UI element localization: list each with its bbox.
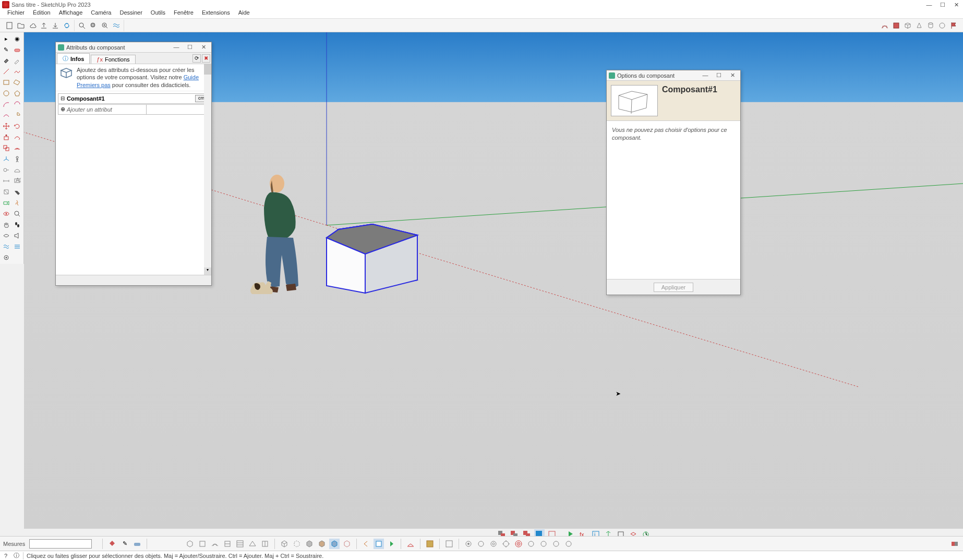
component-attributes-window[interactable]: Attributs du composant — ☐ ✕ ⓘInfos ƒxFo… bbox=[55, 42, 212, 286]
tray-button[interactable] bbox=[949, 539, 960, 549]
paint-tool[interactable] bbox=[1, 55, 11, 66]
paint-bucket-button[interactable] bbox=[107, 539, 117, 549]
refresh-button[interactable]: ⟳ bbox=[192, 54, 201, 63]
settings-tool[interactable] bbox=[1, 252, 11, 263]
left-button[interactable] bbox=[247, 539, 258, 549]
xray-button[interactable] bbox=[342, 539, 352, 549]
gear5-button[interactable] bbox=[538, 539, 549, 549]
polygon-tool[interactable] bbox=[13, 88, 23, 99]
footprints-tool[interactable] bbox=[13, 220, 23, 230]
zoom-button[interactable] bbox=[100, 20, 110, 31]
sphere-icon[interactable] bbox=[937, 20, 947, 31]
protractor-tool[interactable] bbox=[13, 165, 23, 175]
target2-button[interactable] bbox=[513, 539, 524, 549]
attr-scrollbar[interactable]: ▾ bbox=[204, 64, 211, 275]
component-options-window[interactable]: Options du composant — ☐ ✕ Composant#1 V… bbox=[606, 70, 741, 295]
iso-button[interactable] bbox=[185, 539, 195, 549]
sandbox-2-tool[interactable] bbox=[13, 241, 23, 252]
rotate-tool[interactable] bbox=[13, 121, 23, 131]
pie-tool[interactable] bbox=[13, 110, 23, 120]
collapse-toggle[interactable]: ⊟ bbox=[58, 95, 67, 101]
maximize-button[interactable]: ☐ bbox=[936, 2, 949, 8]
zoom2-tool[interactable] bbox=[13, 209, 23, 219]
minimize-button[interactable]: — bbox=[922, 2, 936, 8]
3dwh-button[interactable] bbox=[405, 539, 416, 549]
viewport[interactable]: ➤ Attributs du composant — ☐ ✕ ⓘInfos ƒx… bbox=[24, 32, 963, 529]
sandbox-1-tool[interactable] bbox=[1, 241, 11, 252]
gear4-button[interactable] bbox=[526, 539, 536, 549]
attr-maximize-button[interactable]: ☐ bbox=[184, 44, 196, 51]
shaded-button[interactable] bbox=[304, 539, 315, 549]
rectangle-tool[interactable] bbox=[1, 77, 11, 88]
opt-close-button[interactable]: ✕ bbox=[727, 72, 738, 79]
rotated-rect-tool[interactable] bbox=[13, 77, 23, 88]
new-file-button[interactable] bbox=[4, 20, 15, 31]
pencil2-button[interactable]: ✎ bbox=[119, 539, 130, 549]
menu-aide[interactable]: Aide bbox=[234, 9, 254, 18]
move-tool[interactable] bbox=[1, 121, 11, 131]
cone-icon[interactable] bbox=[914, 20, 924, 31]
text-tool[interactable]: A1 bbox=[13, 176, 23, 186]
zoom-extents-button[interactable] bbox=[77, 20, 87, 31]
tag-tool[interactable] bbox=[13, 187, 23, 197]
book-icon[interactable] bbox=[891, 20, 901, 31]
info-icon[interactable]: ⓘ bbox=[13, 552, 20, 559]
add-attribute-row[interactable]: ⊕ Ajouter un attribut bbox=[58, 104, 209, 115]
menu-extensions[interactable]: Extensions bbox=[198, 9, 234, 18]
wire-button[interactable] bbox=[279, 539, 290, 549]
attr-minimize-button[interactable]: — bbox=[171, 44, 182, 51]
menu-outils[interactable]: Outils bbox=[147, 9, 170, 18]
speaker-tool[interactable] bbox=[13, 230, 23, 241]
shaded-tex-button[interactable] bbox=[317, 539, 327, 549]
menu-fenetre[interactable]: Fenêtre bbox=[170, 9, 198, 18]
opt-minimize-button[interactable]: — bbox=[700, 72, 711, 79]
person-tool[interactable] bbox=[13, 154, 23, 164]
add-value-cell[interactable] bbox=[146, 105, 209, 114]
apply-button[interactable]: Appliquer bbox=[654, 283, 693, 292]
pan-tool[interactable] bbox=[1, 220, 11, 230]
line-tool[interactable] bbox=[1, 66, 11, 77]
tab-infos[interactable]: ⓘInfos bbox=[57, 53, 90, 64]
tab-fonctions[interactable]: ƒxFonctions bbox=[91, 55, 135, 64]
gear7-button[interactable] bbox=[563, 539, 574, 549]
target-button[interactable] bbox=[488, 539, 499, 549]
gear6-button[interactable] bbox=[551, 539, 561, 549]
gear2-button[interactable] bbox=[476, 539, 486, 549]
open-button[interactable] bbox=[16, 20, 26, 31]
select-tool[interactable]: ▸ bbox=[1, 33, 11, 44]
eraser-tool[interactable] bbox=[13, 44, 23, 55]
orbit-tool[interactable]: ◉ bbox=[13, 33, 23, 44]
attr-titlebar[interactable]: Attributs du composant — ☐ ✕ bbox=[56, 42, 211, 53]
freehand-tool[interactable] bbox=[13, 66, 23, 77]
cloud-button[interactable] bbox=[27, 20, 38, 31]
menu-affichage[interactable]: Affichage bbox=[55, 9, 87, 18]
pushpull-tool[interactable] bbox=[1, 132, 11, 142]
measure-input[interactable] bbox=[29, 539, 92, 549]
back-button[interactable] bbox=[235, 539, 245, 549]
next-scene-button[interactable] bbox=[386, 539, 396, 549]
arc-tool[interactable] bbox=[1, 99, 11, 109]
view-tool[interactable] bbox=[1, 230, 11, 241]
lookaround-tool[interactable] bbox=[1, 209, 11, 219]
download-button[interactable] bbox=[50, 20, 61, 31]
menu-dessiner[interactable]: Dessiner bbox=[115, 9, 146, 18]
warehouse-button[interactable] bbox=[880, 20, 890, 31]
right-button[interactable] bbox=[222, 539, 233, 549]
axes-tool[interactable] bbox=[1, 154, 11, 164]
offset-tool[interactable] bbox=[13, 143, 23, 153]
hidden-button[interactable] bbox=[292, 539, 302, 549]
component-cube[interactable] bbox=[327, 224, 417, 293]
circle-tool[interactable] bbox=[1, 88, 11, 99]
close-button[interactable]: ✕ bbox=[949, 2, 963, 8]
layout-button[interactable] bbox=[425, 539, 435, 549]
pencil-tool[interactable]: ✎ bbox=[1, 44, 11, 55]
dimension-tool[interactable] bbox=[1, 176, 11, 186]
gear-button[interactable] bbox=[463, 539, 474, 549]
cloud-btn[interactable] bbox=[444, 539, 454, 549]
menu-edition[interactable]: Édition bbox=[29, 9, 55, 18]
box-icon[interactable] bbox=[902, 20, 913, 31]
bottom-button[interactable] bbox=[260, 539, 270, 549]
upload-button[interactable] bbox=[39, 20, 49, 31]
delete-attr-button[interactable]: ✖ bbox=[202, 54, 210, 63]
help-icon[interactable]: ? bbox=[2, 552, 9, 559]
